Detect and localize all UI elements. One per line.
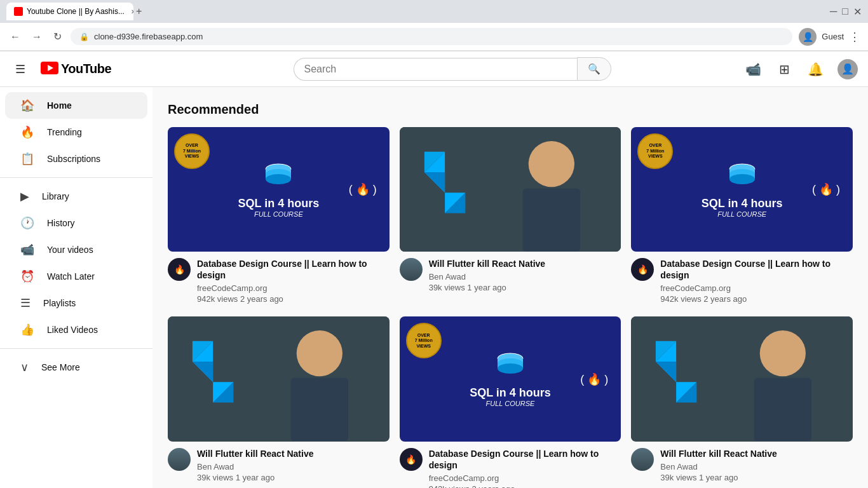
sidebar-divider-2 <box>0 348 153 349</box>
library-icon: ▶ <box>20 189 29 203</box>
browser-chrome: Youtube Clone || By Aashis... ✕ + ─ □ ✕ … <box>0 0 868 51</box>
video-info-3: 🔥 Database Design Course || Learn how to… <box>631 258 853 304</box>
sidebar-item-library[interactable]: ▶ Library <box>5 183 147 210</box>
header-right: 📹 ⊞ 🔔 👤 <box>742 58 858 81</box>
video-meta-4: Will Flutter kill React Native Ben Awad … <box>197 448 390 482</box>
tab-close-btn[interactable]: ✕ <box>131 8 133 15</box>
channel-avatar-3: 🔥 <box>631 258 654 281</box>
apps-icon: ⊞ <box>779 62 790 76</box>
sidebar-item-subscriptions[interactable]: 📋 Subscriptions <box>5 146 147 172</box>
playlists-icon: ☰ <box>20 296 31 310</box>
views-badge-3: OVER 7 Million VIEWS <box>637 133 673 169</box>
sidebar-trending-label: Trending <box>47 127 82 137</box>
sidebar-item-watch-later[interactable]: ⏰ Watch Later <box>5 263 147 290</box>
sidebar-item-liked-videos[interactable]: 👍 Liked Videos <box>5 316 147 343</box>
forward-button[interactable]: → <box>29 29 44 45</box>
liked-videos-icon: 👍 <box>20 323 34 337</box>
video-title-1: Database Design Course || Learn how to d… <box>197 258 390 281</box>
svg-rect-33 <box>631 316 852 441</box>
video-channel-1: freeCodeCamp.org <box>197 283 390 293</box>
section-title: Recommended <box>168 102 853 117</box>
video-info-4: Will Flutter kill React Native Ben Awad … <box>168 448 390 482</box>
sidebar-library-label: Library <box>42 191 69 201</box>
yt-logo-text: YouTube <box>61 62 111 76</box>
sidebar-see-more-label: See More <box>41 362 80 372</box>
video-stats-2: 39k views 1 year ago <box>429 283 621 292</box>
watch-later-icon: ⏰ <box>20 269 34 283</box>
sidebar-watch-later-label: Watch Later <box>47 271 95 281</box>
upload-icon: 📹 <box>745 62 761 76</box>
refresh-button[interactable]: ↻ <box>51 28 64 45</box>
video-card-2[interactable]: Will Flutter kill React Native Ben Awad … <box>400 127 621 304</box>
svg-point-13 <box>528 141 574 187</box>
search-icon: 🔍 <box>588 64 600 74</box>
video-info-2: Will Flutter kill React Native Ben Awad … <box>400 258 621 292</box>
browser-user-avatar[interactable]: 👤 <box>799 28 817 46</box>
thumbnail-4 <box>168 316 390 441</box>
trending-icon: 🔥 <box>20 125 34 139</box>
video-stats-6: 39k views 1 year ago <box>660 473 853 482</box>
yt-header: ☰ YouTube 🔍 📹 <box>0 51 868 87</box>
video-info-5: 🔥 Database Design Course || Learn how to… <box>400 448 621 488</box>
browser-menu-btn[interactable]: ⋮ <box>849 30 860 44</box>
sidebar-item-trending[interactable]: 🔥 Trending <box>5 119 147 146</box>
svg-point-26 <box>297 330 342 376</box>
video-title-2: Will Flutter kill React Native <box>429 258 621 269</box>
yt-logo[interactable]: YouTube <box>41 60 111 78</box>
video-card-1[interactable]: OVER 7 Million VIEWS SQL <box>168 127 390 304</box>
browser-minimize[interactable]: ─ <box>830 6 837 17</box>
yt-logo-icon <box>41 60 58 78</box>
active-tab[interactable]: Youtube Clone || By Aashis... ✕ <box>6 3 133 20</box>
video-card-5[interactable]: OVER 7 Million VIEWS SQL <box>400 316 621 488</box>
search-button[interactable]: 🔍 <box>577 57 611 81</box>
back-button[interactable]: ← <box>8 29 23 45</box>
home-icon: 🏠 <box>20 98 34 112</box>
video-meta-1: Database Design Course || Learn how to d… <box>197 258 390 304</box>
user-avatar[interactable]: 👤 <box>837 59 858 79</box>
sidebar-item-your-videos[interactable]: 📹 Your videos <box>5 236 147 263</box>
sidebar-item-playlists[interactable]: ☰ Playlists <box>5 290 147 316</box>
browser-close[interactable]: ✕ <box>853 6 862 18</box>
sidebar-item-home[interactable]: 🏠 Home <box>5 92 147 119</box>
main-content: Recommended OVER 7 Million VIEWS <box>153 87 868 488</box>
video-info-1: 🔥 Database Design Course || Learn how to… <box>168 258 390 304</box>
search-bar: 🔍 <box>163 57 742 81</box>
video-grid: OVER 7 Million VIEWS SQL <box>168 127 853 488</box>
bell-icon: 🔔 <box>808 62 824 76</box>
sidebar-liked-videos-label: Liked Videos <box>47 325 98 335</box>
sidebar-home-label: Home <box>47 100 72 111</box>
search-input[interactable] <box>294 58 577 81</box>
video-title-5: Database Design Course || Learn how to d… <box>429 448 621 471</box>
video-stats-5: 942k views 2 years ago <box>429 484 621 488</box>
sidebar-item-see-more[interactable]: ∨ See More <box>5 354 147 381</box>
video-card-4[interactable]: Will Flutter kill React Native Ben Awad … <box>168 316 390 488</box>
your-videos-icon: 📹 <box>20 243 34 257</box>
sidebar-item-history[interactable]: 🕐 History <box>5 210 147 236</box>
tab-favicon <box>14 7 23 16</box>
channel-avatar-4 <box>168 448 191 471</box>
hamburger-menu-btn[interactable]: ☰ <box>10 57 31 81</box>
tab-title: Youtube Clone || By Aashis... <box>27 7 125 16</box>
video-stats-4: 39k views 1 year ago <box>197 473 390 482</box>
upload-btn[interactable]: 📹 <box>742 58 765 81</box>
apps-btn[interactable]: ⊞ <box>775 58 794 81</box>
thumbnail-6 <box>631 316 853 441</box>
video-card-3[interactable]: OVER 7 Million VIEWS SQL <box>631 127 853 304</box>
address-bar[interactable]: 🔒 clone-d939e.firebaseapp.com <box>71 28 792 45</box>
svg-rect-20 <box>168 316 389 441</box>
video-info-6: Will Flutter kill React Native Ben Awad … <box>631 448 853 482</box>
sidebar-history-label: History <box>47 218 75 228</box>
url-display: clone-d939e.firebaseapp.com <box>94 32 203 41</box>
video-meta-5: Database Design Course || Learn how to d… <box>429 448 621 488</box>
sidebar: 🏠 Home 🔥 Trending 📋 Subscriptions ▶ Libr… <box>0 87 153 488</box>
notifications-btn[interactable]: 🔔 <box>804 58 827 81</box>
user-area: 👤 Guest ⋮ <box>799 28 860 46</box>
new-tab-button[interactable]: + <box>136 6 142 17</box>
views-badge-5: OVER 7 Million VIEWS <box>406 323 442 358</box>
sidebar-subscriptions-label: Subscriptions <box>47 154 100 164</box>
video-card-6[interactable]: Will Flutter kill React Native Ben Awad … <box>631 316 853 488</box>
sidebar-divider-1 <box>0 177 153 178</box>
browser-maximize[interactable]: □ <box>842 6 848 17</box>
search-form: 🔍 <box>294 57 611 81</box>
video-channel-5: freeCodeCamp.org <box>429 473 621 483</box>
